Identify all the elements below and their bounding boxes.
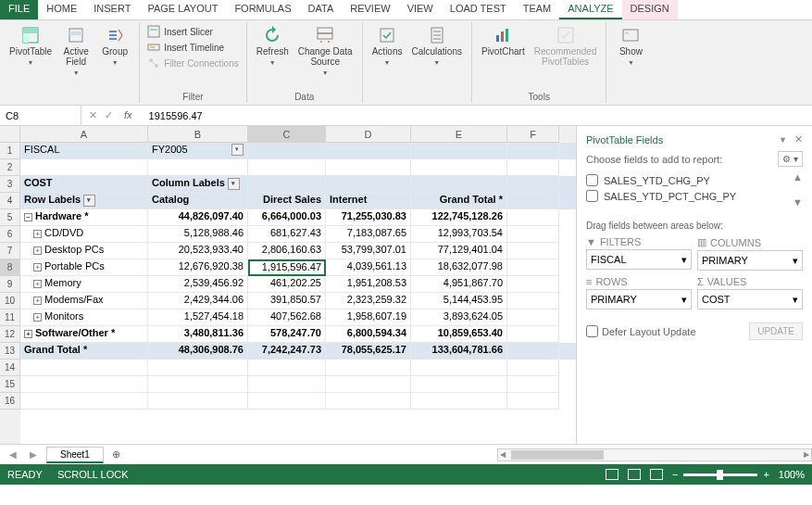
cell[interactable]: +Software/Other *	[20, 326, 148, 343]
col-header[interactable]: F	[507, 126, 559, 143]
sheet-nav-next-icon[interactable]: ▶	[26, 449, 41, 460]
cell[interactable]	[507, 259, 559, 276]
row-header[interactable]: 7	[0, 243, 20, 259]
tab-data[interactable]: DATA	[300, 0, 343, 19]
cell[interactable]: 5,128,988.46	[148, 226, 248, 243]
expand-icon[interactable]: +	[33, 230, 42, 238]
calculations-button[interactable]: Calculations▼	[407, 24, 465, 68]
cell[interactable]	[411, 393, 507, 410]
cell[interactable]: 78,055,625.17	[326, 343, 411, 360]
tab-formulas[interactable]: FORMULAS	[226, 0, 299, 19]
expand-icon[interactable]: +	[33, 263, 42, 271]
refresh-button[interactable]: Refresh▼	[253, 24, 293, 68]
cell[interactable]	[326, 360, 411, 376]
cell[interactable]: 12,676,920.38	[148, 259, 248, 276]
cell[interactable]: COST	[20, 176, 148, 193]
cell[interactable]: 3,893,624.05	[411, 309, 507, 326]
pivotchart-button[interactable]: PivotChart	[478, 24, 529, 58]
cell[interactable]	[507, 176, 559, 193]
horizontal-scrollbar[interactable]: ◀▶	[497, 448, 812, 461]
cell[interactable]: Direct Sales	[248, 193, 326, 209]
cell[interactable]	[326, 376, 411, 393]
cell[interactable]: 578,247.70	[248, 326, 326, 343]
cell[interactable]	[507, 293, 559, 309]
cell[interactable]	[411, 143, 507, 159]
cell[interactable]: +Desktop PCs	[20, 243, 148, 259]
cell[interactable]: 71,255,030.83	[326, 209, 411, 226]
cell[interactable]: Catalog	[148, 193, 248, 209]
tab-review[interactable]: REVIEW	[342, 0, 398, 19]
cell[interactable]	[20, 376, 148, 393]
cell[interactable]: 1,951,208.53	[326, 276, 411, 293]
cell[interactable]: +Monitors	[20, 309, 148, 326]
collapse-icon[interactable]: −	[24, 213, 32, 221]
zoom-in-icon[interactable]: +	[763, 469, 768, 480]
insert-timeline-button[interactable]: Insert Timeline	[145, 40, 241, 55]
cell[interactable]	[507, 226, 559, 243]
cell[interactable]: 20,523,933.40	[148, 243, 248, 259]
cell[interactable]	[507, 276, 559, 293]
cell[interactable]	[507, 360, 559, 376]
cell[interactable]: 48,306,908.76	[148, 343, 248, 360]
filter-dropdown-icon[interactable]	[83, 195, 95, 207]
cell[interactable]: 122,745,128.26	[411, 209, 507, 226]
field-checkbox[interactable]	[586, 174, 598, 186]
tab-loadtest[interactable]: LOAD TEST	[442, 0, 515, 19]
col-header[interactable]: A	[20, 126, 148, 143]
cell[interactable]	[326, 176, 411, 193]
cell[interactable]	[248, 176, 326, 193]
cell[interactable]: 2,539,456.92	[148, 276, 248, 293]
cell[interactable]: 1,958,607.19	[326, 309, 411, 326]
defer-checkbox[interactable]	[586, 325, 598, 337]
scroll-up-icon[interactable]: ▲	[793, 172, 803, 183]
expand-icon[interactable]: +	[33, 246, 42, 255]
cell[interactable]	[20, 360, 148, 376]
row-header[interactable]: 10	[0, 293, 20, 309]
expand-icon[interactable]: +	[33, 280, 42, 288]
cell[interactable]	[507, 193, 559, 209]
cell[interactable]: 133,604,781.66	[411, 343, 507, 360]
add-sheet-icon[interactable]: ⊕	[109, 448, 124, 462]
cell[interactable]	[148, 376, 248, 393]
gear-icon[interactable]: ⚙ ▾	[778, 151, 803, 167]
actions-button[interactable]: Actions▼	[369, 24, 406, 68]
cell[interactable]	[411, 376, 507, 393]
cell[interactable]: 18,632,077.98	[411, 259, 507, 276]
show-button[interactable]: Show▼	[612, 24, 649, 68]
filters-area[interactable]: FISCAL▾	[586, 249, 692, 270]
row-header[interactable]: 4	[0, 193, 20, 209]
cell[interactable]: +Portable PCs	[20, 259, 148, 276]
row-header[interactable]: 11	[0, 309, 20, 326]
field-checkbox[interactable]	[586, 190, 598, 202]
cell[interactable]: Internet	[326, 193, 411, 209]
cell[interactable]: 2,323,259.32	[326, 293, 411, 309]
close-pane-icon[interactable]: ✕	[794, 133, 803, 145]
rows-area[interactable]: PRIMARY▾	[586, 289, 692, 309]
tab-team[interactable]: TEAM	[515, 0, 560, 19]
cell[interactable]: FY2005	[148, 143, 248, 159]
cell[interactable]: 77,129,401.04	[411, 243, 507, 259]
row-header[interactable]: 3	[0, 176, 20, 193]
columns-area[interactable]: PRIMARY▾	[697, 250, 803, 271]
cell[interactable]: 3,480,811.36	[148, 326, 248, 343]
row-header[interactable]: 2	[0, 159, 20, 176]
sheet-tab[interactable]: Sheet1	[46, 447, 104, 463]
cell[interactable]: FISCAL	[20, 143, 148, 159]
cell[interactable]	[411, 176, 507, 193]
row-header[interactable]: 8	[0, 259, 20, 276]
cell[interactable]	[20, 393, 148, 410]
field-item[interactable]: SALES_YTD_PCT_CHG_PY	[586, 188, 793, 204]
activefield-button[interactable]: Active Field▼	[57, 24, 94, 78]
col-header[interactable]: E	[411, 126, 507, 143]
cell[interactable]	[248, 360, 326, 376]
cell[interactable]	[411, 360, 507, 376]
zoom-level[interactable]: 100%	[779, 469, 805, 480]
cell[interactable]: +CD/DVD	[20, 226, 148, 243]
cell[interactable]	[507, 393, 559, 410]
scroll-down-icon[interactable]: ▼	[793, 197, 803, 208]
cell[interactable]: 6,664,000.03	[248, 209, 326, 226]
cell[interactable]: −Hardware *	[20, 209, 148, 226]
tab-home[interactable]: HOME	[38, 0, 85, 19]
cell[interactable]: Grand Total *	[20, 343, 148, 360]
row-header[interactable]: 1	[0, 143, 20, 159]
